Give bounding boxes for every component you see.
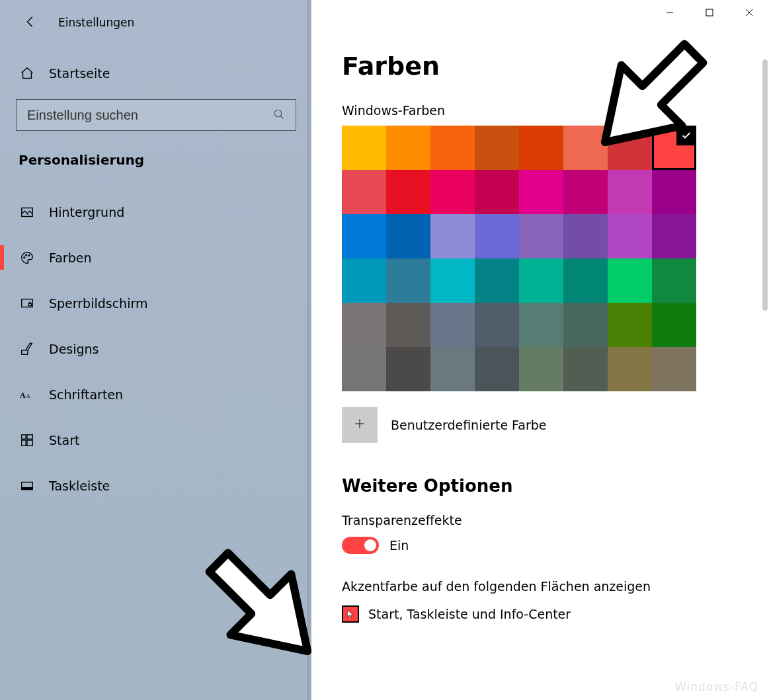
search-box[interactable]: [16, 99, 296, 131]
color-swatch[interactable]: [386, 170, 430, 214]
color-swatch[interactable]: [652, 347, 696, 391]
accent-surfaces-label: Akzentfarbe auf den folgenden Flächen an…: [342, 579, 769, 594]
svg-rect-12: [22, 440, 26, 446]
color-swatch[interactable]: [519, 303, 563, 347]
color-swatch[interactable]: [342, 303, 386, 347]
color-swatch[interactable]: [608, 303, 652, 347]
color-swatch[interactable]: [430, 170, 475, 214]
sidebar-home[interactable]: Startseite: [0, 57, 311, 90]
minimize-button[interactable]: [650, 0, 690, 26]
watermark: Windows-FAQ: [675, 680, 758, 693]
color-swatch[interactable]: [342, 347, 386, 391]
color-swatch[interactable]: [342, 214, 386, 258]
scrollbar-thumb[interactable]: [762, 59, 768, 311]
color-swatch[interactable]: [563, 214, 608, 258]
color-swatch[interactable]: [475, 170, 519, 214]
sidebar-item-label: Sperrbildschirm: [49, 296, 147, 311]
content-area: Farben Windows-Farben Benutzerdefinierte…: [311, 0, 769, 700]
svg-rect-7: [22, 350, 28, 354]
svg-point-4: [28, 254, 30, 256]
fonts-icon: AA: [20, 387, 34, 402]
transparency-toggle[interactable]: [342, 537, 379, 554]
sidebar-item-hintergrund[interactable]: Hintergrund: [0, 189, 311, 235]
svg-text:A: A: [26, 392, 30, 399]
color-swatch[interactable]: [519, 258, 563, 303]
color-swatch[interactable]: [519, 214, 563, 258]
color-swatch[interactable]: [563, 126, 608, 170]
start-icon: [20, 433, 34, 447]
color-swatch[interactable]: [652, 303, 696, 347]
color-swatch[interactable]: [563, 258, 608, 303]
accent-start-taskbar-label: Start, Taskleiste und Info-Center: [368, 607, 571, 621]
sidebar-item-schriftarten[interactable]: AA Schriftarten: [0, 371, 311, 417]
sidebar-item-sperrbildschirm[interactable]: Sperrbildschirm: [0, 280, 311, 326]
color-swatch[interactable]: [652, 258, 696, 303]
palette-icon: [20, 251, 34, 265]
accent-start-taskbar-checkbox[interactable]: [342, 605, 359, 623]
color-swatch[interactable]: [608, 258, 652, 303]
color-swatch[interactable]: [519, 170, 563, 214]
color-swatch[interactable]: [386, 303, 430, 347]
search-input[interactable]: [26, 107, 273, 124]
taskbar-icon: [20, 479, 34, 493]
custom-color-button[interactable]: [342, 407, 378, 443]
color-swatch[interactable]: [386, 347, 430, 391]
color-swatch[interactable]: [475, 347, 519, 391]
color-swatch[interactable]: [430, 126, 475, 170]
sidebar-nav: Hintergrund Farben Sperrbildschirm Desig…: [0, 189, 311, 508]
lockscreen-icon: [20, 296, 34, 311]
color-swatch[interactable]: [475, 126, 519, 170]
color-swatch[interactable]: [342, 126, 386, 170]
sidebar-item-start[interactable]: Start: [0, 417, 311, 463]
svg-point-0: [274, 110, 282, 117]
color-swatch[interactable]: [608, 347, 652, 391]
sidebar-item-designs[interactable]: Designs: [0, 326, 311, 371]
svg-rect-15: [22, 487, 33, 489]
color-swatch[interactable]: [563, 303, 608, 347]
color-swatch[interactable]: [342, 170, 386, 214]
color-swatch[interactable]: [430, 214, 475, 258]
arrow-left-icon: [23, 15, 38, 31]
color-swatch[interactable]: [475, 303, 519, 347]
back-button[interactable]: [17, 9, 44, 36]
color-swatch[interactable]: [608, 126, 652, 170]
picture-icon: [20, 205, 34, 219]
color-swatch[interactable]: [608, 170, 652, 214]
home-icon: [20, 66, 34, 81]
sidebar-item-taskleiste[interactable]: Taskleiste: [0, 463, 311, 508]
color-swatch[interactable]: [430, 303, 475, 347]
color-swatch[interactable]: [475, 214, 519, 258]
sidebar-item-farben[interactable]: Farben: [0, 235, 311, 280]
sidebar-item-label: Schriftarten: [49, 387, 123, 402]
transparency-state-label: Ein: [389, 538, 409, 553]
color-swatch[interactable]: [652, 170, 696, 214]
sidebar-item-label: Farben: [49, 251, 91, 265]
color-swatch[interactable]: [430, 347, 475, 391]
color-swatch[interactable]: [386, 126, 430, 170]
designs-icon: [20, 342, 34, 356]
custom-color-label: Benutzerdefinierte Farbe: [391, 418, 547, 432]
sidebar-home-label: Startseite: [49, 66, 110, 81]
color-swatch[interactable]: [386, 214, 430, 258]
close-button[interactable]: [729, 0, 769, 26]
minimize-icon: [666, 7, 674, 19]
color-swatch[interactable]: [563, 170, 608, 214]
category-label: Personalisierung: [0, 131, 311, 180]
color-swatch[interactable]: [608, 214, 652, 258]
svg-rect-13: [27, 440, 32, 446]
color-swatch[interactable]: [519, 347, 563, 391]
color-swatch[interactable]: [652, 214, 696, 258]
sidebar-item-label: Start: [49, 433, 79, 447]
sidebar-item-label: Taskleiste: [49, 479, 110, 493]
color-swatch[interactable]: [475, 258, 519, 303]
svg-text:A: A: [20, 391, 26, 399]
maximize-button[interactable]: [690, 0, 729, 26]
color-swatch[interactable]: [430, 258, 475, 303]
color-swatch[interactable]: [563, 347, 608, 391]
svg-point-2: [24, 256, 25, 258]
color-swatch[interactable]: [342, 258, 386, 303]
color-swatch[interactable]: [386, 258, 430, 303]
color-swatch[interactable]: [652, 126, 696, 170]
window-title: Einstellungen: [58, 16, 134, 29]
color-swatch[interactable]: [519, 126, 563, 170]
